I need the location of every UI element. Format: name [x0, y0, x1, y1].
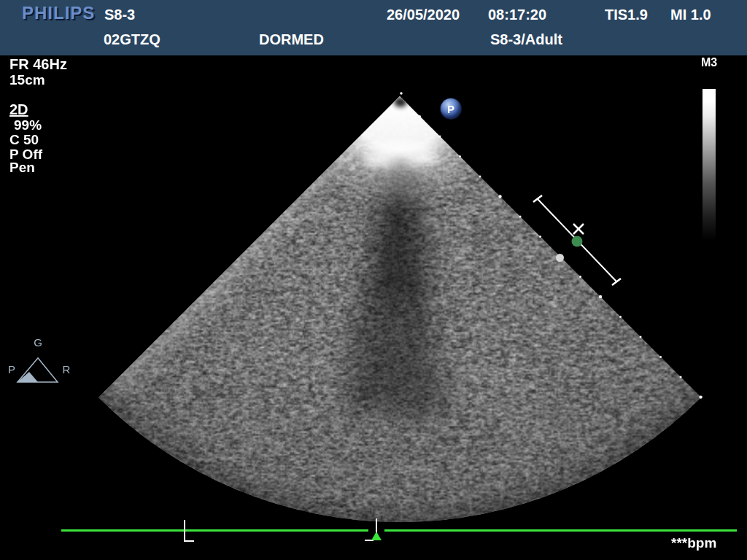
mode-label: 2D [9, 101, 28, 118]
heart-rate-readout: ***bpm [671, 535, 716, 551]
depth-label: 15cm [9, 72, 45, 88]
ecg-trace-segment [61, 529, 368, 532]
focal-zone-marker-icon [556, 254, 564, 262]
orientation-triangle-fill [18, 372, 38, 382]
gray-map-label: M3 [693, 56, 725, 69]
plane-orientation-letter: P [447, 103, 454, 115]
ecg-sweep-triangle-icon [371, 532, 382, 540]
ecg-trigger-marker-foot [184, 540, 194, 542]
orientation-letter-left: P [8, 363, 15, 376]
grayscale-bar [703, 89, 716, 241]
ultrasound-sector-image [0, 0, 747, 560]
gain-label: 99% [14, 117, 42, 133]
plane-orientation-sphere-icon: P [441, 98, 461, 119]
ecg-trigger-marker [184, 520, 185, 542]
orientation-letter-top: G [34, 336, 42, 349]
orientation-letter-right: R [63, 363, 71, 376]
compress-label: C 50 [9, 132, 39, 148]
ecg-trace-segment [384, 529, 737, 532]
probe-orientation-icon: G P R [4, 335, 85, 390]
frame-rate-label: FR 46Hz [9, 56, 67, 73]
pen-map-label: Pen [9, 160, 35, 176]
